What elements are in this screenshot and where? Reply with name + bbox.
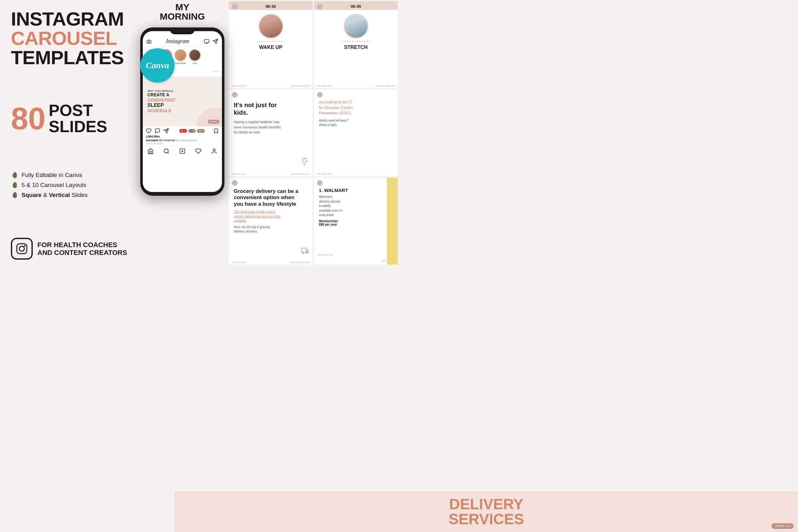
feature-text-1: Fully Editable in Canva — [21, 172, 82, 178]
my-morning-block: MY MORNING — [137, 0, 228, 21]
canva-badge: Canva — [140, 48, 174, 82]
footer-block: FOR HEALTH COACHESAND CONTENT CREATORS — [11, 238, 128, 260]
svg-point-4 — [148, 41, 150, 42]
ig-logo: Instagram — [166, 38, 189, 44]
story-item-3[interactable]: username — [174, 49, 186, 64]
template-2-logo — [317, 4, 323, 10]
ig-reactions: 🔥 1 ❤️ 9 👏 5 — [179, 129, 205, 133]
t5-footer-row: Your Name Here Business Name Here — [231, 261, 310, 263]
tv-icon[interactable] — [204, 39, 209, 44]
template-grocery-delivery: Grocery delivery can be aconvenient opti… — [229, 178, 313, 265]
slides-number: 80 — [11, 103, 45, 134]
ig-caption-username: username — [146, 139, 158, 142]
t4-footer-name: Your Name Here — [317, 173, 331, 175]
camera-icon[interactable] — [147, 39, 152, 44]
svg-point-10 — [302, 252, 304, 254]
leaf-icon-1 — [11, 171, 18, 179]
t2-dot-line — [342, 41, 370, 42]
t4-body: Adults need at least 7sleep a night. — [319, 118, 393, 127]
template-6-logo — [317, 180, 323, 186]
svg-rect-0 — [17, 244, 27, 254]
svg-point-11 — [306, 252, 308, 254]
reaction-heart: ❤️ 9 — [188, 129, 196, 133]
story-item-4[interactable]: user — [189, 49, 201, 64]
slides-post: POST — [49, 102, 107, 118]
send-icon[interactable] — [213, 39, 218, 44]
t2-footer-biz: Business Name Here — [376, 85, 395, 87]
ig-actions-left — [146, 128, 169, 134]
canva-logo-text: Canva — [146, 60, 169, 71]
bookmark-icon[interactable] — [213, 128, 219, 134]
slides-block: 80 POST SLIDES — [11, 102, 128, 135]
story-name-3: username — [175, 62, 186, 64]
t1-content: WAKE UP — [229, 10, 313, 59]
t2-footer-name: Your Name Here — [317, 85, 331, 87]
template-not-just-kids: It's not just forkids. Having a regular … — [229, 90, 313, 176]
story-name-4: user — [192, 62, 197, 64]
story-avatar-3 — [174, 49, 186, 61]
t1-label: WAKE UP — [259, 44, 282, 50]
post-create-text: CREATE A — [148, 93, 217, 97]
add-nav-icon[interactable] — [179, 148, 186, 154]
template-cdc: According to the Cfor Disease ControPrev… — [314, 90, 398, 176]
feature-text-3: Square & Vertical Slides — [21, 192, 88, 198]
ig-post-actions: 🔥 1 ❤️ 9 👏 5 — [143, 126, 222, 135]
home-nav-icon[interactable] — [148, 148, 154, 154]
phone-area: MY MORNING Canva Instagram — [137, 0, 228, 266]
t3-body: Having a regular bedtime mayhave numerou… — [234, 119, 308, 135]
t1-footer-name: Your Name Here — [231, 85, 246, 87]
template-wake-up: 06:30 WAKE UP Your Name Here Business Na… — [229, 1, 313, 88]
search-nav-icon[interactable] — [163, 148, 170, 154]
ig-post-dots[interactable]: ··· — [213, 69, 219, 74]
t1-dot-line — [257, 41, 285, 42]
slides-slides: SLIDES — [49, 118, 107, 135]
t6-membership: Membership:$98 per year — [319, 220, 393, 226]
t6-number: 1. WALMART — [319, 188, 393, 193]
heart-nav-icon[interactable] — [195, 148, 202, 154]
instagram-icon-box — [11, 238, 33, 260]
t4-title: According to the Cfor Disease ControPrev… — [319, 99, 393, 116]
feature-item-2: 5 & 10 Carousel Layouts — [11, 182, 128, 189]
ig-caption-text: Hi!! #marinad — [159, 139, 175, 142]
template-4-logo — [317, 92, 323, 98]
features-list: Fully Editable in Canva 5 & 10 Carousel … — [11, 171, 128, 201]
t3-footer-biz: Business Name Here — [291, 173, 310, 175]
ig-bottom-nav — [143, 146, 222, 156]
svg-point-1 — [19, 246, 24, 251]
comment-icon[interactable] — [155, 128, 160, 134]
template-walmart: 1. WALMART Walmart'sdelivery serviceis w… — [314, 178, 398, 265]
ig-time: 8 MINUTES AGO — [143, 142, 222, 146]
title-instagram: INSTAGRAM — [11, 10, 128, 29]
t2-avatar-circle — [343, 14, 368, 39]
post-swipe-button[interactable]: SWIPE — [208, 120, 220, 124]
t1-time: 06:30 — [266, 4, 276, 9]
t5-footer-name: Your Name Here — [231, 261, 246, 263]
slides-text: POST SLIDES — [49, 102, 107, 135]
t6-yellow-strip — [387, 178, 398, 265]
t5-truck-icon — [301, 247, 309, 256]
template-stretch: 06:45 STRETCH Your Name Here Business Na… — [314, 1, 398, 88]
t6-body: Walmart'sdelivery serviceis widelyavaila… — [319, 195, 393, 217]
template-1-logo — [232, 4, 238, 10]
bulb-icon — [300, 157, 309, 166]
svg-point-8 — [213, 149, 215, 151]
svg-rect-5 — [204, 40, 209, 43]
like-icon[interactable] — [146, 128, 152, 134]
t4-footer-row: Your Name Here — [317, 173, 395, 175]
my-morning-line2: MORNING — [137, 12, 228, 21]
t5-footer-biz: Business Name Here — [291, 261, 310, 263]
t5-subtitle: The good news is that severalgrocery del… — [234, 210, 308, 224]
t6-footer-name: Your Name Here — [317, 254, 333, 256]
story-avatar-4 — [189, 49, 201, 61]
t2-top-bar: 06:45 — [314, 1, 398, 10]
ig-header-icons — [204, 39, 218, 44]
right-panel: 06:30 WAKE UP Your Name Here Business Na… — [228, 0, 399, 266]
title-carousel: CAROUSEL — [11, 29, 128, 48]
post-sleep-text: SLEEP — [148, 102, 217, 108]
truck-icon — [301, 247, 309, 254]
profile-nav-icon[interactable] — [211, 148, 217, 154]
share-icon[interactable] — [163, 128, 169, 134]
ig-see-translation[interactable]: SEE TRANSLATION — [175, 139, 197, 142]
footer-text: FOR HEALTH COACHESAND CONTENT CREATORS — [37, 241, 127, 257]
t1-avatar-circle — [259, 14, 283, 39]
